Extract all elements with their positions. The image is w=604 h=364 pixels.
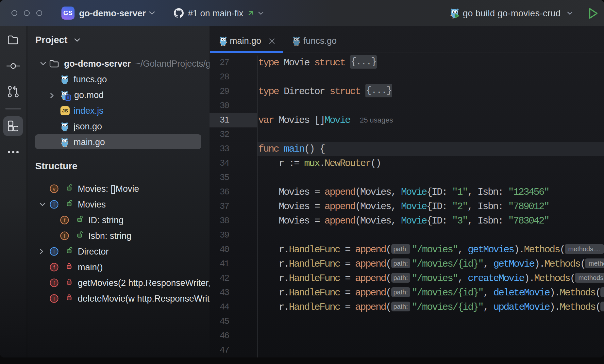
svg-text:f: f [64,217,65,223]
svg-text:T: T [52,249,56,255]
svg-text:T: T [52,202,56,208]
svg-text:f: f [53,296,55,302]
svg-text:v: v [53,186,56,192]
svg-text:f: f [53,280,55,286]
svg-text:f: f [64,233,65,239]
svg-text:f: f [53,264,55,271]
